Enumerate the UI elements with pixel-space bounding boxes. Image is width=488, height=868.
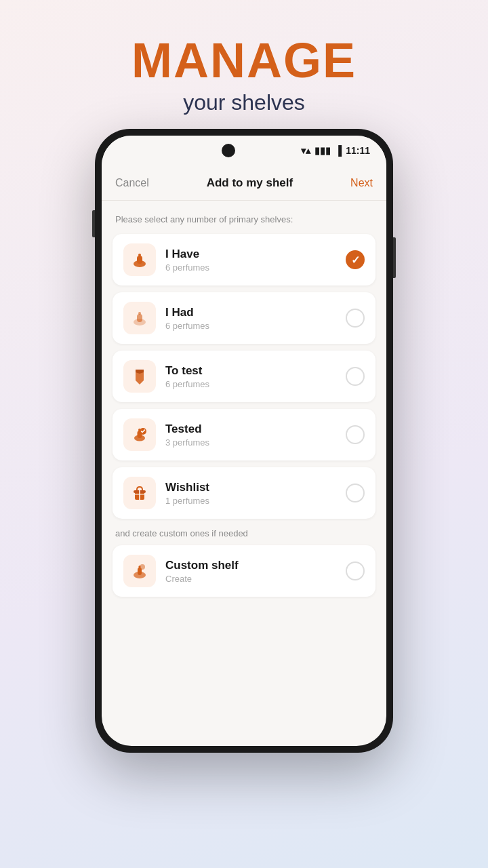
shelf-text-tested: Tested 3 perfumes [165,422,346,448]
status-right: ▾▴ ▮▮▮ ▐ 11:11 [301,145,370,156]
shelf-item-tested[interactable]: Tested 3 perfumes [113,409,375,460]
checkbox-tested[interactable] [346,425,365,444]
shelf-text-custom: Custom shelf Create [165,559,346,584]
top-nav: Cancel Add to my shelf Next [102,165,386,201]
header-section: MANAGE your shelves [131,0,357,115]
shelf-count-i-have: 6 perfumes [165,262,346,273]
cancel-button[interactable]: Cancel [115,177,149,189]
camera-notch [222,144,235,157]
shelf-text-i-had: I Had 6 perfumes [165,306,346,331]
shelf-name-i-had: I Had [165,306,346,319]
svg-rect-5 [138,312,141,315]
custom-section-label: and create custom ones if needed [115,528,375,538]
shelf-text-i-have: I Have 6 perfumes [165,248,346,273]
shelf-count-wishlist: 1 perfumes [165,496,346,506]
svg-rect-1 [137,256,142,264]
phone-screen: ▾▴ ▮▮▮ ▐ 11:11 Cancel Add to my shelf Ne… [102,136,386,746]
shelf-icon-custom [123,555,156,587]
svg-rect-4 [137,314,142,322]
battery-icon: ▐ [335,145,342,156]
manage-title: MANAGE [131,34,357,87]
checkbox-to-test[interactable] [346,367,365,386]
checkbox-custom[interactable] [346,561,365,580]
wifi-icon: ▾▴ [301,145,310,156]
shelf-item-custom[interactable]: Custom shelf Create [113,545,375,597]
svg-rect-2 [138,254,141,256]
nav-title: Add to my shelf [207,176,293,190]
shelf-icon-i-had [123,302,156,334]
shelf-icon-to-test [123,360,156,393]
shelf-count-i-had: 6 perfumes [165,321,346,331]
checkbox-i-had[interactable] [346,309,365,328]
shelf-name-wishlist: Wishlist [165,481,346,494]
shelf-sub-custom: Create [165,574,346,584]
shelf-text-to-test: To test 6 perfumes [165,364,346,389]
shelf-name-custom: Custom shelf [165,559,346,572]
shelf-item-wishlist[interactable]: Wishlist 1 perfumes [113,467,375,519]
shelf-text-wishlist: Wishlist 1 perfumes [165,481,346,506]
shelf-item-i-had[interactable]: I Had 6 perfumes [113,292,375,344]
checkbox-i-have[interactable]: ✓ [346,250,365,269]
primary-section-label: Please select any number of primary shel… [113,214,375,224]
time-display: 11:11 [346,145,370,156]
shelf-name-i-have: I Have [165,248,346,261]
signal-icon: ▮▮▮ [314,145,331,156]
shelf-item-i-have[interactable]: I Have 6 perfumes ✓ [113,234,375,285]
next-button[interactable]: Next [350,177,373,189]
content-area: Please select any number of primary shel… [102,201,386,746]
checkbox-wishlist[interactable] [346,484,365,502]
shelf-name-tested: Tested [165,422,346,436]
status-bar: ▾▴ ▮▮▮ ▐ 11:11 [102,136,386,165]
shelf-icon-i-have [123,243,156,276]
shelf-name-to-test: To test [165,364,346,378]
shelf-icon-tested [123,418,156,451]
svg-point-18 [140,564,145,570]
shelf-item-to-test[interactable]: To test 6 perfumes [113,351,375,402]
shelf-icon-wishlist [123,477,156,509]
shelf-count-tested: 3 perfumes [165,437,346,448]
shelf-count-to-test: 6 perfumes [165,379,346,389]
header-subtitle: your shelves [131,90,357,115]
phone-frame: ▾▴ ▮▮▮ ▐ 11:11 Cancel Add to my shelf Ne… [95,129,393,753]
